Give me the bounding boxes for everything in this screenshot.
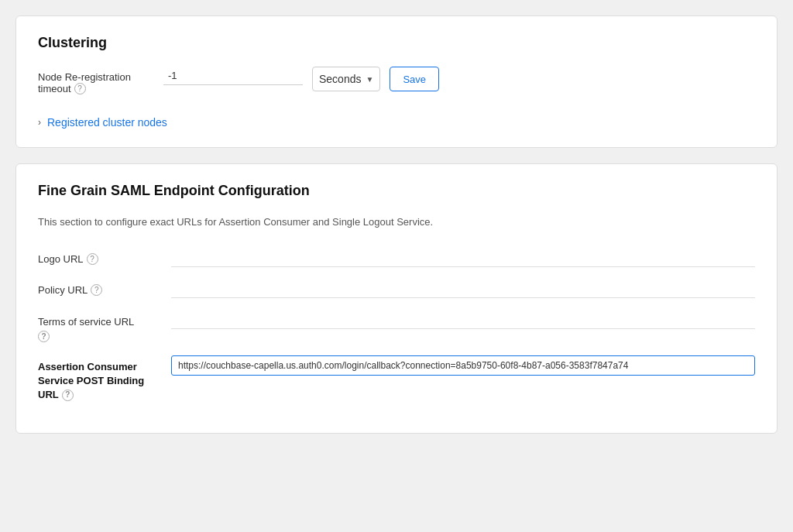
save-button[interactable]: Save bbox=[390, 67, 439, 91]
registered-cluster-nodes-link[interactable]: Registered cluster nodes bbox=[47, 116, 167, 129]
seconds-label: Seconds bbox=[319, 73, 361, 85]
terms-url-row: Terms of service URL ? bbox=[38, 311, 755, 343]
policy-url-help-icon[interactable]: ? bbox=[91, 284, 102, 296]
chevron-down-icon: ▼ bbox=[366, 75, 373, 84]
assertion-label-line1: Assertion Consumer bbox=[38, 360, 162, 374]
assertion-label-line3: URL bbox=[38, 388, 59, 402]
finegrain-card: Fine Grain SAML Endpoint Configuration T… bbox=[15, 163, 778, 434]
node-reregistration-label: Node Re-registration timeout ? bbox=[38, 67, 154, 94]
node-reregistration-row: Node Re-registration timeout ? Seconds ▼… bbox=[38, 67, 755, 94]
clustering-title: Clustering bbox=[38, 35, 755, 51]
logo-url-label: Logo URL bbox=[38, 253, 84, 265]
assertion-url-input[interactable] bbox=[171, 355, 755, 376]
assertion-help-icon[interactable]: ? bbox=[62, 390, 74, 401]
policy-url-label: Policy URL bbox=[38, 284, 88, 296]
timeout-input[interactable] bbox=[163, 67, 303, 85]
terms-url-help-icon[interactable]: ? bbox=[38, 331, 50, 342]
seconds-select-wrapper[interactable]: Seconds ▼ bbox=[312, 67, 380, 91]
logo-url-row: Logo URL ? bbox=[38, 249, 755, 267]
node-reregistration-label-line1: Node Re-registration bbox=[38, 71, 131, 83]
policy-url-input[interactable] bbox=[171, 280, 755, 298]
logo-url-help-icon[interactable]: ? bbox=[87, 253, 98, 265]
terms-url-label: Terms of service URL bbox=[38, 316, 134, 328]
finegrain-title: Fine Grain SAML Endpoint Configuration bbox=[38, 183, 755, 199]
cluster-link-row: › Registered cluster nodes bbox=[38, 116, 755, 129]
clustering-card: Clustering Node Re-registration timeout … bbox=[15, 15, 778, 148]
logo-url-input[interactable] bbox=[171, 249, 755, 267]
assertion-url-row: Assertion Consumer Service POST Binding … bbox=[38, 355, 755, 403]
finegrain-description: This section to configure exact URLs for… bbox=[38, 215, 755, 230]
node-reregistration-label-line2: timeout bbox=[38, 83, 71, 94]
assertion-label-line2: Service POST Binding bbox=[38, 374, 162, 388]
chevron-right-icon[interactable]: › bbox=[38, 117, 41, 128]
policy-url-row: Policy URL ? bbox=[38, 280, 755, 298]
node-reregistration-help-icon[interactable]: ? bbox=[74, 83, 86, 94]
terms-url-input[interactable] bbox=[171, 311, 755, 329]
